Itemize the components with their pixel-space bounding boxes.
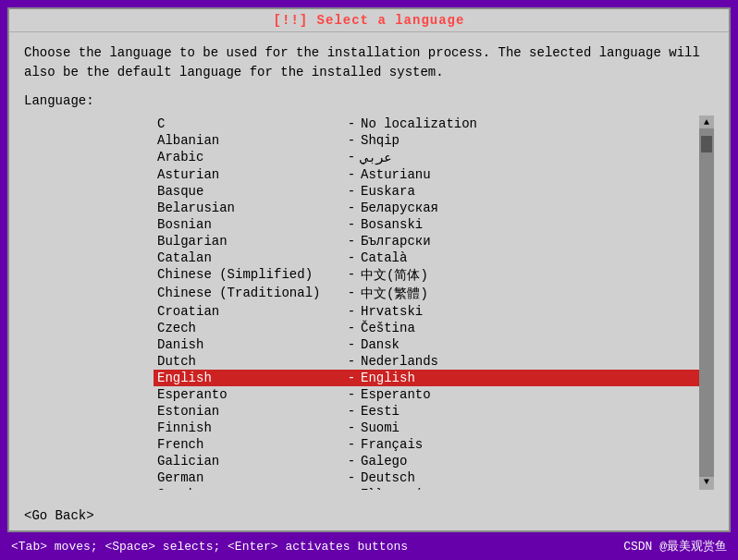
language-native-name: Български [361, 234, 431, 249]
language-item[interactable]: German - Deutsch [154, 469, 699, 486]
language-separator: - [342, 116, 361, 131]
language-separator: - [342, 304, 361, 319]
language-native-name: Čeština [361, 321, 415, 335]
language-native-name: Ελληνικά [361, 487, 423, 490]
language-item[interactable]: Esperanto - Esperanto [154, 386, 699, 403]
language-separator: - [342, 354, 361, 369]
language-name: Chinese (Traditional) [157, 286, 342, 302]
language-list[interactable]: C - No localizationAlbanian - ShqipArabi… [154, 116, 699, 490]
language-native-name: Dansk [361, 337, 400, 352]
language-name: Galician [157, 454, 342, 469]
status-bar: <Tab> moves; <Space> selects; <Enter> ac… [0, 532, 738, 560]
scroll-up-arrow[interactable]: ▲ [704, 117, 709, 128]
scroll-down-arrow[interactable]: ▼ [704, 477, 709, 488]
language-name: French [157, 437, 342, 452]
language-item[interactable]: Catalan - Català [154, 250, 699, 266]
language-item[interactable]: Chinese (Traditional) - 中文(繁體) [154, 285, 699, 303]
language-separator: - [342, 470, 361, 485]
language-separator: - [342, 371, 361, 385]
language-item[interactable]: Estonian - Eesti [154, 403, 699, 420]
language-native-name: Asturianu [361, 167, 431, 182]
status-text: <Tab> moves; <Space> selects; <Enter> ac… [11, 540, 408, 554]
language-native-name: Català [361, 250, 407, 265]
language-name: English [157, 371, 342, 385]
language-name: Belarusian [157, 201, 342, 215]
scrollbar[interactable]: ▲ ▼ [699, 116, 714, 490]
language-separator: - [342, 217, 361, 232]
main-dialog: [!!] Select a language Choose the langua… [7, 7, 731, 532]
language-item[interactable]: Chinese (Simplified) - 中文(简体) [154, 266, 699, 285]
language-separator: - [342, 250, 361, 265]
language-separator: - [342, 321, 361, 335]
language-name: Asturian [157, 167, 342, 182]
language-native-name: Hrvatski [361, 304, 423, 319]
language-native-name: Deutsch [361, 470, 415, 485]
language-native-name: Esperanto [361, 387, 431, 402]
language-item[interactable]: Czech - Čeština [154, 320, 699, 336]
go-back-button[interactable]: <Go Back> [24, 508, 94, 523]
language-item[interactable]: Asturian - Asturianu [154, 166, 699, 183]
language-native-name: English [361, 371, 415, 385]
language-separator: - [342, 234, 361, 249]
language-name: Danish [157, 337, 342, 352]
language-native-name: 中文(繁體) [361, 286, 428, 302]
language-item[interactable]: Danish - Dansk [154, 336, 699, 353]
language-item[interactable]: Belarusian - Беларуская [154, 200, 699, 216]
language-item[interactable]: Albanian - Shqip [154, 132, 699, 149]
language-name: Dutch [157, 354, 342, 369]
language-name: C [157, 116, 342, 131]
language-separator: - [342, 167, 361, 182]
language-separator: - [342, 201, 361, 215]
language-native-name: Français [361, 437, 423, 452]
language-separator: - [342, 150, 361, 165]
language-separator: - [342, 267, 361, 284]
content-area: Choose the language to be used for the i… [9, 32, 729, 501]
language-item[interactable]: Dutch - Nederlands [154, 353, 699, 370]
scroll-track [699, 128, 714, 477]
language-separator: - [342, 454, 361, 469]
language-name: Albanian [157, 133, 342, 148]
language-item[interactable]: Bulgarian - Български [154, 233, 699, 250]
language-item[interactable]: English - English [154, 370, 699, 386]
language-item[interactable]: Croatian - Hrvatski [154, 303, 699, 320]
language-separator: - [342, 184, 361, 199]
language-name: Czech [157, 321, 342, 335]
language-name: Esperanto [157, 387, 342, 402]
language-native-name: 中文(简体) [361, 267, 428, 284]
language-item[interactable]: Galician - Galego [154, 453, 699, 469]
language-item[interactable]: Basque - Euskara [154, 183, 699, 200]
language-native-name: No localization [361, 116, 477, 131]
language-name: Estonian [157, 404, 342, 419]
language-item[interactable]: Greek - Ελληνικά [154, 486, 699, 490]
title-text: [!!] Select a language [274, 13, 465, 28]
scroll-thumb [701, 136, 712, 152]
language-label: Language: [24, 93, 714, 108]
language-separator: - [342, 387, 361, 402]
language-name: Basque [157, 184, 342, 199]
language-item[interactable]: Bosnian - Bosanski [154, 216, 699, 233]
language-separator: - [342, 133, 361, 148]
language-native-name: Suomi [361, 420, 400, 435]
language-name: Croatian [157, 304, 342, 319]
language-separator: - [342, 404, 361, 419]
language-native-name: عربي [361, 150, 392, 165]
language-name: Catalan [157, 250, 342, 265]
language-item[interactable]: French - Français [154, 436, 699, 453]
language-native-name: Galego [361, 454, 407, 469]
language-item[interactable]: Arabic - عربي [154, 149, 699, 166]
language-name: Arabic [157, 150, 342, 165]
language-separator: - [342, 286, 361, 302]
dialog-title: [!!] Select a language [9, 9, 729, 32]
go-back-area: <Go Back> [9, 501, 729, 530]
language-separator: - [342, 337, 361, 352]
language-item[interactable]: C - No localization [154, 116, 699, 132]
language-name: Finnish [157, 420, 342, 435]
language-name: Chinese (Simplified) [157, 267, 342, 284]
language-name: Bulgarian [157, 234, 342, 249]
watermark-text: CSDN @最美观赏鱼 [623, 538, 727, 554]
language-item[interactable]: Finnish - Suomi [154, 420, 699, 436]
language-native-name: Shqip [361, 133, 400, 148]
language-separator: - [342, 487, 361, 490]
language-separator: - [342, 437, 361, 452]
language-native-name: Euskara [361, 184, 415, 199]
